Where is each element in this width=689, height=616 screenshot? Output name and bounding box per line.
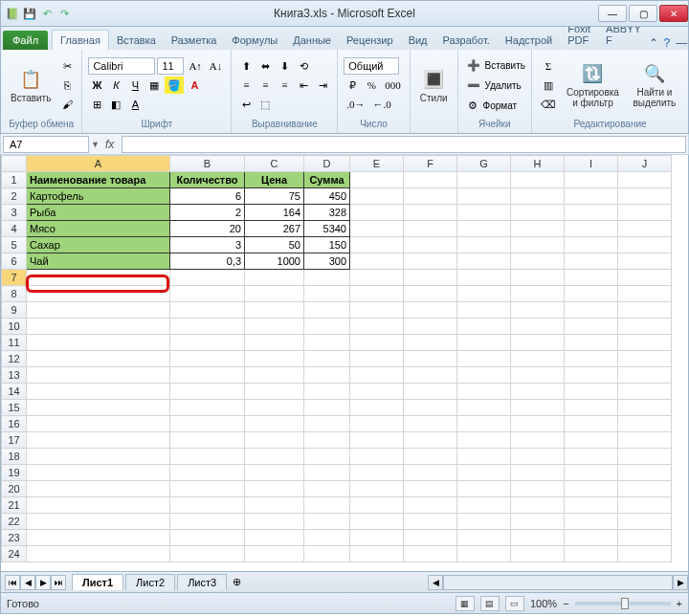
cell-H9[interactable]	[511, 302, 565, 319]
view-normal-icon[interactable]: ▦	[456, 596, 475, 611]
cell-H8[interactable]	[511, 286, 565, 302]
cell-B23[interactable]	[170, 530, 245, 546]
cell-H12[interactable]	[511, 351, 565, 367]
orientation-icon[interactable]: ⟲	[295, 57, 312, 75]
cell-E6[interactable]	[350, 253, 404, 270]
cell-F7[interactable]	[404, 270, 457, 286]
cell-F10[interactable]	[404, 319, 457, 335]
row-header-17[interactable]: 17	[2, 432, 27, 449]
number-format-select[interactable]: Общий	[344, 57, 399, 75]
hscroll-right-icon[interactable]: ▶	[673, 575, 688, 590]
cell-B2[interactable]: 6	[170, 188, 245, 205]
cell-E8[interactable]	[350, 286, 404, 302]
cell-A11[interactable]	[27, 335, 170, 351]
cell-D24[interactable]	[304, 546, 350, 562]
col-header-J[interactable]: J	[618, 156, 672, 172]
cell-I9[interactable]	[565, 302, 618, 319]
row-header-22[interactable]: 22	[2, 514, 27, 530]
cell-H10[interactable]	[511, 319, 565, 335]
row-header-4[interactable]: 4	[2, 221, 27, 237]
tab-data[interactable]: Данные	[285, 31, 339, 50]
cell-J5[interactable]	[618, 237, 672, 253]
cell-F3[interactable]	[404, 205, 457, 221]
comma-icon[interactable]: 000	[382, 77, 404, 94]
cell-H2[interactable]	[511, 188, 565, 205]
cell-C21[interactable]	[245, 497, 304, 514]
cell-H4[interactable]	[511, 221, 565, 237]
row-header-5[interactable]: 5	[2, 237, 27, 253]
align-center-icon[interactable]: ≡	[256, 77, 274, 94]
cell-C7[interactable]	[245, 270, 304, 286]
cell-C3[interactable]: 164	[245, 205, 304, 221]
cell-J21[interactable]	[618, 497, 672, 514]
cell-E3[interactable]	[350, 205, 404, 221]
cell-G24[interactable]	[457, 546, 511, 562]
cell-J7[interactable]	[618, 270, 672, 286]
align-top-icon[interactable]: ⬆	[237, 57, 255, 75]
cell-C13[interactable]	[245, 367, 304, 384]
cell-E9[interactable]	[350, 302, 404, 319]
row-header-12[interactable]: 12	[2, 351, 27, 367]
help-icon[interactable]: ?	[664, 36, 671, 50]
cell-F17[interactable]	[404, 432, 457, 449]
cell-B4[interactable]: 20	[170, 221, 245, 237]
cell-B7[interactable]	[170, 270, 245, 286]
cell-G3[interactable]	[457, 205, 511, 221]
cell-D20[interactable]	[304, 481, 350, 497]
row-header-11[interactable]: 11	[2, 335, 27, 351]
cell-I16[interactable]	[565, 416, 618, 432]
cell-B16[interactable]	[170, 416, 245, 432]
row-header-7[interactable]: 7	[2, 270, 27, 286]
col-header-A[interactable]: A	[27, 156, 170, 172]
cell-J22[interactable]	[618, 514, 672, 530]
minimize-button[interactable]: —	[598, 5, 627, 22]
cell-H21[interactable]	[511, 497, 565, 514]
clear-icon[interactable]: ⌫	[538, 96, 559, 113]
cell-A18[interactable]	[27, 449, 170, 465]
cell-G15[interactable]	[457, 400, 511, 416]
row-header-13[interactable]: 13	[2, 367, 27, 384]
cell-I20[interactable]	[565, 481, 618, 497]
cell-G5[interactable]	[457, 237, 511, 253]
cell-H5[interactable]	[511, 237, 565, 253]
cell-I11[interactable]	[565, 335, 618, 351]
cell-D9[interactable]	[304, 302, 350, 319]
cell-A8[interactable]	[27, 286, 170, 302]
cell-J20[interactable]	[618, 481, 672, 497]
cell-G23[interactable]	[457, 530, 511, 546]
border-button[interactable]: ▦	[145, 77, 163, 94]
cell-G19[interactable]	[457, 465, 511, 481]
cell-A14[interactable]	[27, 384, 170, 400]
cell-H17[interactable]	[511, 432, 565, 449]
cell-I6[interactable]	[565, 253, 618, 270]
cell-A24[interactable]	[27, 546, 170, 562]
cell-G13[interactable]	[457, 367, 511, 384]
cell-J4[interactable]	[618, 221, 672, 237]
cell-I4[interactable]	[565, 221, 618, 237]
cell-C22[interactable]	[245, 514, 304, 530]
minimize-ribbon-icon[interactable]: ⌃	[649, 36, 658, 50]
zoom-level[interactable]: 100%	[530, 598, 557, 609]
cell-D4[interactable]: 5340	[304, 221, 350, 237]
cell-A3[interactable]: Рыба	[27, 205, 170, 221]
cell-I7[interactable]	[565, 270, 618, 286]
cell-B10[interactable]	[170, 319, 245, 335]
sheet-last-icon[interactable]: ⏭	[51, 575, 66, 590]
cell-I15[interactable]	[565, 400, 618, 416]
cell-F2[interactable]	[404, 188, 457, 205]
cell-E15[interactable]	[350, 400, 404, 416]
name-box[interactable]: A7	[3, 136, 89, 153]
font-shrink-icon[interactable]: A↓	[207, 57, 225, 75]
cell-E23[interactable]	[350, 530, 404, 546]
cell-I17[interactable]	[565, 432, 618, 449]
cell-C14[interactable]	[245, 384, 304, 400]
cell-D10[interactable]	[304, 319, 350, 335]
cell-G6[interactable]	[457, 253, 511, 270]
tab-formulas[interactable]: Формулы	[224, 31, 285, 50]
cell-C18[interactable]	[245, 449, 304, 465]
cell-E21[interactable]	[350, 497, 404, 514]
cell-A1[interactable]: Наименование товара	[27, 172, 170, 188]
cell-J2[interactable]	[618, 188, 672, 205]
cell-G17[interactable]	[457, 432, 511, 449]
cell-F21[interactable]	[404, 497, 457, 514]
